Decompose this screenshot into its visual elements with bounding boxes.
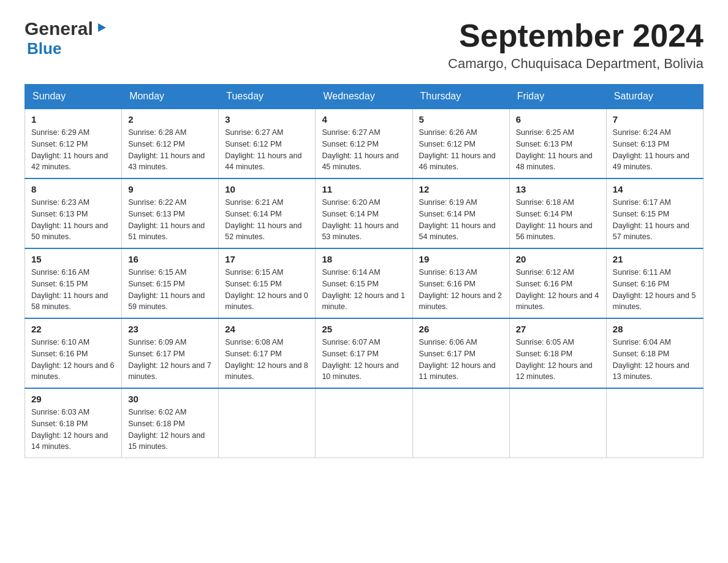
- day-info: Sunrise: 6:11 AM Sunset: 6:16 PM Dayligh…: [613, 267, 697, 313]
- day-info: Sunrise: 6:29 AM Sunset: 6:12 PM Dayligh…: [31, 127, 115, 173]
- day-info: Sunrise: 6:15 AM Sunset: 6:15 PM Dayligh…: [225, 267, 309, 313]
- weekday-header-friday: Friday: [509, 85, 606, 109]
- calendar-cell: 19 Sunrise: 6:13 AM Sunset: 6:16 PM Dayl…: [412, 248, 509, 318]
- calendar-week-row: 15 Sunrise: 6:16 AM Sunset: 6:15 PM Dayl…: [25, 248, 703, 318]
- day-info: Sunrise: 6:10 AM Sunset: 6:16 PM Dayligh…: [31, 337, 115, 383]
- calendar-cell: [606, 388, 703, 458]
- day-number: 10: [225, 184, 309, 194]
- calendar-table: SundayMondayTuesdayWednesdayThursdayFrid…: [25, 84, 703, 458]
- weekday-header-thursday: Thursday: [412, 85, 509, 109]
- calendar-cell: 2 Sunrise: 6:28 AM Sunset: 6:12 PM Dayli…: [122, 109, 219, 178]
- day-number: 23: [128, 324, 212, 334]
- day-number: 21: [613, 254, 697, 264]
- day-info: Sunrise: 6:12 AM Sunset: 6:16 PM Dayligh…: [516, 267, 600, 313]
- calendar-cell: 18 Sunrise: 6:14 AM Sunset: 6:15 PM Dayl…: [316, 248, 412, 318]
- day-number: 12: [419, 184, 503, 194]
- calendar-cell: 10 Sunrise: 6:21 AM Sunset: 6:14 PM Dayl…: [219, 178, 316, 248]
- calendar-cell: 1 Sunrise: 6:29 AM Sunset: 6:12 PM Dayli…: [25, 109, 122, 178]
- weekday-header-sunday: Sunday: [25, 85, 122, 109]
- month-year-title: September 2024: [448, 18, 703, 53]
- calendar-cell: 6 Sunrise: 6:25 AM Sunset: 6:13 PM Dayli…: [509, 109, 606, 178]
- day-info: Sunrise: 6:27 AM Sunset: 6:12 PM Dayligh…: [322, 127, 406, 173]
- svg-marker-0: [98, 23, 106, 32]
- day-info: Sunrise: 6:17 AM Sunset: 6:15 PM Dayligh…: [613, 197, 697, 243]
- day-number: 25: [322, 324, 406, 334]
- day-number: 17: [225, 254, 309, 264]
- logo-general-text: General: [25, 18, 93, 39]
- day-info: Sunrise: 6:23 AM Sunset: 6:13 PM Dayligh…: [31, 197, 115, 243]
- calendar-cell: 3 Sunrise: 6:27 AM Sunset: 6:12 PM Dayli…: [219, 109, 316, 178]
- weekday-header-wednesday: Wednesday: [316, 85, 412, 109]
- day-number: 3: [225, 114, 309, 124]
- calendar-cell: 21 Sunrise: 6:11 AM Sunset: 6:16 PM Dayl…: [606, 248, 703, 318]
- day-info: Sunrise: 6:15 AM Sunset: 6:15 PM Dayligh…: [128, 267, 212, 313]
- calendar-cell: 22 Sunrise: 6:10 AM Sunset: 6:16 PM Dayl…: [25, 318, 122, 388]
- day-number: 20: [516, 254, 600, 264]
- calendar-cell: 24 Sunrise: 6:08 AM Sunset: 6:17 PM Dayl…: [219, 318, 316, 388]
- calendar-cell: 11 Sunrise: 6:20 AM Sunset: 6:14 PM Dayl…: [316, 178, 412, 248]
- day-number: 8: [31, 184, 115, 194]
- calendar-cell: 27 Sunrise: 6:05 AM Sunset: 6:18 PM Dayl…: [509, 318, 606, 388]
- calendar-cell: 14 Sunrise: 6:17 AM Sunset: 6:15 PM Dayl…: [606, 178, 703, 248]
- day-number: 29: [31, 394, 115, 404]
- calendar-cell: 16 Sunrise: 6:15 AM Sunset: 6:15 PM Dayl…: [122, 248, 219, 318]
- calendar-cell: 12 Sunrise: 6:19 AM Sunset: 6:14 PM Dayl…: [412, 178, 509, 248]
- calendar-cell: 29 Sunrise: 6:03 AM Sunset: 6:18 PM Dayl…: [25, 388, 122, 458]
- day-number: 5: [419, 114, 503, 124]
- calendar-cell: 28 Sunrise: 6:04 AM Sunset: 6:18 PM Dayl…: [606, 318, 703, 388]
- day-number: 14: [613, 184, 697, 194]
- day-number: 6: [516, 114, 600, 124]
- day-info: Sunrise: 6:09 AM Sunset: 6:17 PM Dayligh…: [128, 337, 212, 383]
- day-info: Sunrise: 6:26 AM Sunset: 6:12 PM Dayligh…: [419, 127, 503, 173]
- day-info: Sunrise: 6:04 AM Sunset: 6:18 PM Dayligh…: [613, 337, 697, 383]
- weekday-header-monday: Monday: [122, 85, 219, 109]
- day-info: Sunrise: 6:05 AM Sunset: 6:18 PM Dayligh…: [516, 337, 600, 383]
- calendar-cell: 4 Sunrise: 6:27 AM Sunset: 6:12 PM Dayli…: [316, 109, 412, 178]
- calendar-cell: [316, 388, 412, 458]
- day-info: Sunrise: 6:22 AM Sunset: 6:13 PM Dayligh…: [128, 197, 212, 243]
- day-number: 13: [516, 184, 600, 194]
- calendar-cell: 20 Sunrise: 6:12 AM Sunset: 6:16 PM Dayl…: [509, 248, 606, 318]
- day-number: 19: [419, 254, 503, 264]
- logo: General Blue: [25, 18, 108, 58]
- day-info: Sunrise: 6:03 AM Sunset: 6:18 PM Dayligh…: [31, 407, 115, 453]
- calendar-cell: 17 Sunrise: 6:15 AM Sunset: 6:15 PM Dayl…: [219, 248, 316, 318]
- day-info: Sunrise: 6:08 AM Sunset: 6:17 PM Dayligh…: [225, 337, 309, 383]
- page-header: General Blue September 2024 Camargo, Chu…: [25, 18, 703, 72]
- calendar-cell: 9 Sunrise: 6:22 AM Sunset: 6:13 PM Dayli…: [122, 178, 219, 248]
- day-number: 28: [613, 324, 697, 334]
- day-info: Sunrise: 6:02 AM Sunset: 6:18 PM Dayligh…: [128, 407, 212, 453]
- logo-blue-text: Blue: [27, 39, 61, 58]
- calendar-cell: [412, 388, 509, 458]
- day-info: Sunrise: 6:25 AM Sunset: 6:13 PM Dayligh…: [516, 127, 600, 173]
- calendar-cell: 30 Sunrise: 6:02 AM Sunset: 6:18 PM Dayl…: [122, 388, 219, 458]
- day-number: 11: [322, 184, 406, 194]
- calendar-cell: 25 Sunrise: 6:07 AM Sunset: 6:17 PM Dayl…: [316, 318, 412, 388]
- calendar-week-row: 8 Sunrise: 6:23 AM Sunset: 6:13 PM Dayli…: [25, 178, 703, 248]
- title-area: September 2024 Camargo, Chuquisaca Depar…: [448, 18, 703, 72]
- day-number: 1: [31, 114, 115, 124]
- weekday-header-tuesday: Tuesday: [219, 85, 316, 109]
- calendar-cell: [219, 388, 316, 458]
- day-number: 18: [322, 254, 406, 264]
- day-info: Sunrise: 6:28 AM Sunset: 6:12 PM Dayligh…: [128, 127, 212, 173]
- day-number: 4: [322, 114, 406, 124]
- day-number: 7: [613, 114, 697, 124]
- calendar-cell: 5 Sunrise: 6:26 AM Sunset: 6:12 PM Dayli…: [412, 109, 509, 178]
- weekday-header-row: SundayMondayTuesdayWednesdayThursdayFrid…: [25, 85, 703, 109]
- day-info: Sunrise: 6:20 AM Sunset: 6:14 PM Dayligh…: [322, 197, 406, 243]
- day-info: Sunrise: 6:16 AM Sunset: 6:15 PM Dayligh…: [31, 267, 115, 313]
- day-info: Sunrise: 6:06 AM Sunset: 6:17 PM Dayligh…: [419, 337, 503, 383]
- calendar-cell: 13 Sunrise: 6:18 AM Sunset: 6:14 PM Dayl…: [509, 178, 606, 248]
- calendar-week-row: 1 Sunrise: 6:29 AM Sunset: 6:12 PM Dayli…: [25, 109, 703, 178]
- day-number: 30: [128, 394, 212, 404]
- weekday-header-saturday: Saturday: [606, 85, 703, 109]
- calendar-cell: [509, 388, 606, 458]
- day-info: Sunrise: 6:07 AM Sunset: 6:17 PM Dayligh…: [322, 337, 406, 383]
- calendar-cell: 23 Sunrise: 6:09 AM Sunset: 6:17 PM Dayl…: [122, 318, 219, 388]
- day-info: Sunrise: 6:19 AM Sunset: 6:14 PM Dayligh…: [419, 197, 503, 243]
- day-info: Sunrise: 6:27 AM Sunset: 6:12 PM Dayligh…: [225, 127, 309, 173]
- day-number: 15: [31, 254, 115, 264]
- day-number: 2: [128, 114, 212, 124]
- day-number: 24: [225, 324, 309, 334]
